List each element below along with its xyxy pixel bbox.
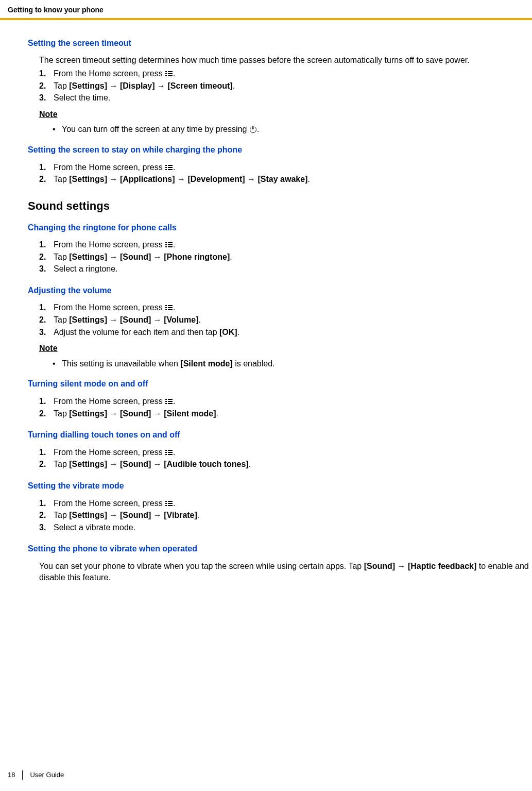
menu-icon: [165, 500, 173, 507]
steps-touch-tones: 1.From the Home screen, press . 2.Tap [S…: [39, 447, 532, 470]
steps-ringtone: 1.From the Home screen, press . 2.Tap [S…: [39, 239, 532, 275]
note-item: You can turn off the screen at any time …: [53, 124, 532, 135]
step-number: 2.: [39, 251, 54, 263]
step-text: Tap [Settings] → [Applications] → [Devel…: [54, 174, 310, 185]
heading-stay-on: Setting the screen to stay on while char…: [28, 144, 532, 156]
step-number: 1.: [39, 396, 54, 407]
step-number: 2.: [39, 408, 54, 419]
step-number: 1.: [39, 68, 54, 79]
footer-label: User Guide: [30, 770, 64, 780]
step-number: 3.: [39, 263, 54, 275]
step: 1.From the Home screen, press .: [39, 162, 532, 173]
steps-volume: 1.From the Home screen, press . 2.Tap [S…: [39, 302, 532, 338]
menu-icon: [165, 164, 173, 171]
step: 1.From the Home screen, press .: [39, 239, 532, 250]
step-text: From the Home screen, press .: [54, 302, 176, 313]
note-label: Note: [39, 343, 532, 354]
step-number: 2.: [39, 510, 54, 521]
menu-icon: [165, 449, 173, 456]
menu-icon: [165, 242, 173, 248]
heading-sound-settings: Sound settings: [28, 198, 532, 214]
step-text: From the Home screen, press .: [54, 68, 176, 79]
content: Setting the screen timeout The screen ti…: [0, 38, 532, 583]
heading-touch-tones: Turning dialling touch tones on and off: [28, 429, 532, 441]
steps-silent: 1.From the Home screen, press . 2.Tap [S…: [39, 396, 532, 419]
para-haptic: You can set your phone to vibrate when y…: [39, 561, 532, 583]
heading-volume: Adjusting the volume: [28, 285, 532, 296]
note-item: This setting is unavailable when [Silent…: [53, 358, 532, 369]
intro-screen-timeout: The screen timeout setting determines ho…: [39, 55, 532, 66]
running-head: Getting to know your phone: [0, 5, 532, 18]
step: 2.Tap [Settings] → [Sound] → [Volume].: [39, 314, 532, 326]
page: Getting to know your phone Setting the s…: [0, 0, 532, 791]
step-number: 1.: [39, 498, 54, 509]
step-text: From the Home screen, press .: [54, 396, 176, 407]
heading-vibrate: Setting the vibrate mode: [28, 480, 532, 492]
step: 1.From the Home screen, press .: [39, 447, 532, 458]
step-text: Select a vibrate mode.: [54, 522, 135, 533]
step-text: Tap [Settings] → [Sound] → [Phone ringto…: [54, 251, 232, 263]
steps-stay-on: 1.From the Home screen, press . 2.Tap [S…: [39, 162, 532, 185]
step: 3.Select the time.: [39, 92, 532, 104]
step: 1.From the Home screen, press .: [39, 396, 532, 407]
step: 2.Tap [Settings] → [Sound] → [Silent mod…: [39, 408, 532, 419]
heading-screen-timeout: Setting the screen timeout: [28, 38, 532, 49]
power-icon: [250, 126, 256, 133]
step-text: Select a ringtone.: [54, 263, 118, 275]
step-number: 1.: [39, 162, 54, 173]
step-number: 3.: [39, 522, 54, 533]
step-number: 3.: [39, 327, 54, 338]
step-number: 1.: [39, 447, 54, 458]
step: 1.From the Home screen, press .: [39, 302, 532, 313]
step-text: From the Home screen, press .: [54, 239, 176, 250]
step-text: Select the time.: [54, 92, 110, 104]
heading-ringtone: Changing the ringtone for phone calls: [28, 222, 532, 233]
footer: 18 User Guide: [8, 770, 64, 780]
steps-screen-timeout: 1.From the Home screen, press . 2.Tap [S…: [39, 68, 532, 104]
step: 2.Tap [Settings] → [Applications] → [Dev…: [39, 174, 532, 185]
page-number: 18: [8, 770, 23, 780]
step: 3.Select a ringtone.: [39, 263, 532, 275]
step: 3.Select a vibrate mode.: [39, 522, 532, 533]
step-text: Tap [Settings] → [Display] → [Screen tim…: [54, 80, 235, 92]
step-text: From the Home screen, press .: [54, 447, 176, 458]
step: 1.From the Home screen, press .: [39, 68, 532, 79]
step-text: From the Home screen, press .: [54, 498, 176, 509]
menu-icon: [165, 398, 173, 405]
menu-icon: [165, 71, 173, 77]
step: 2.Tap [Settings] → [Display] → [Screen t…: [39, 80, 532, 92]
step-text: Tap [Settings] → [Sound] → [Audible touc…: [54, 459, 251, 470]
step: 1.From the Home screen, press .: [39, 498, 532, 509]
step: 2.Tap [Settings] → [Sound] → [Phone ring…: [39, 251, 532, 263]
step-number: 1.: [39, 239, 54, 250]
step: 2.Tap [Settings] → [Sound] → [Audible to…: [39, 459, 532, 470]
step-number: 2.: [39, 314, 54, 326]
steps-vibrate: 1.From the Home screen, press . 2.Tap [S…: [39, 498, 532, 533]
heading-silent: Turning silent mode on and off: [28, 378, 532, 390]
header-rule: [0, 18, 532, 20]
step-number: 1.: [39, 302, 54, 313]
step: 2.Tap [Settings] → [Sound] → [Vibrate].: [39, 510, 532, 521]
step-number: 2.: [39, 459, 54, 470]
step-text: From the Home screen, press .: [54, 162, 176, 173]
heading-haptic: Setting the phone to vibrate when operat…: [28, 543, 532, 554]
step-number: 2.: [39, 174, 54, 185]
step-text: Tap [Settings] → [Sound] → [Vibrate].: [54, 510, 199, 521]
note-list: You can turn off the screen at any time …: [53, 124, 532, 135]
step-number: 3.: [39, 92, 54, 104]
step-text: Tap [Settings] → [Sound] → [Volume].: [54, 314, 201, 326]
step-text: Tap [Settings] → [Sound] → [Silent mode]…: [54, 408, 218, 419]
step: 3.Adjust the volume for each item and th…: [39, 327, 532, 338]
note-label: Note: [39, 109, 532, 120]
note-list: This setting is unavailable when [Silent…: [53, 358, 532, 369]
step-text: Adjust the volume for each item and then…: [54, 327, 239, 338]
menu-icon: [165, 305, 173, 311]
step-number: 2.: [39, 80, 54, 92]
